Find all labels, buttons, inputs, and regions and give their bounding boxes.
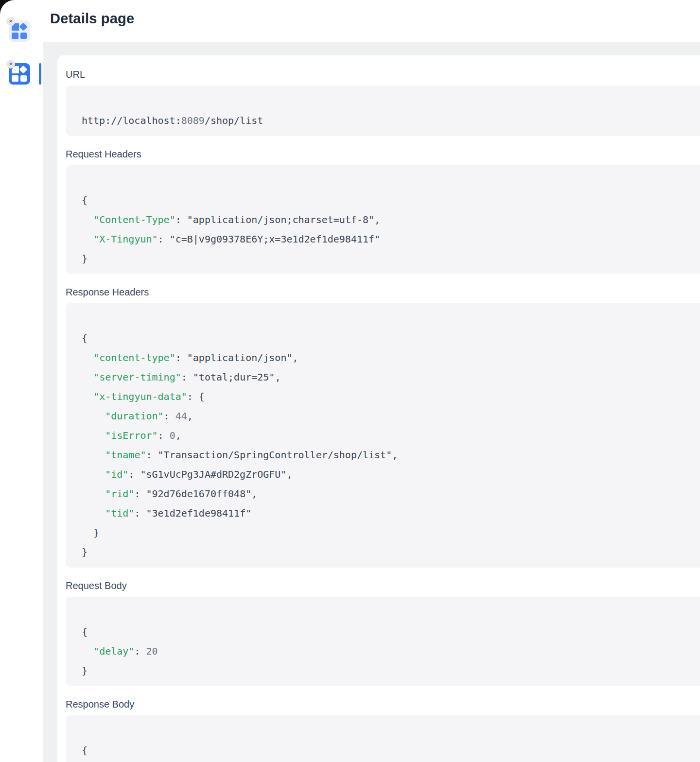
sidebar-tab-overview[interactable]: × — [9, 20, 30, 42]
sidebar: ×× — [0, 0, 43, 762]
diamond-shape — [19, 66, 28, 74]
sq-left-shape — [12, 75, 18, 82]
page-header: Details page — [43, 0, 700, 42]
code-box-response-headers: { "content-type": "application/json", "s… — [66, 303, 700, 568]
section-response-body: Response Body { "code": 200, — [66, 698, 700, 762]
main-area: Details page URL http://localhost:8089/s… — [43, 0, 700, 762]
section-label-request-body: Request Body — [66, 579, 700, 592]
sidebar-tab-details[interactable]: × — [9, 63, 30, 85]
content-background: URL http://localhost:8089/shop/listReque… — [43, 42, 700, 762]
section-label-url: URL — [66, 68, 700, 81]
section-request-body: Request Body { "delay": 20 } — [66, 579, 700, 686]
sq-left-shape — [12, 33, 18, 39]
section-response-headers: Response Headers { "content-type": "appl… — [66, 286, 700, 568]
sq-right-shape — [20, 33, 27, 39]
section-label-request-headers: Request Headers — [66, 148, 700, 160]
code-box-request-headers: { "Content-Type": "application/json;char… — [66, 165, 700, 274]
code-box-response-body: { "code": 200, — [66, 715, 700, 762]
details-card: URL http://localhost:8089/shop/listReque… — [57, 55, 700, 762]
code-box-request-body: { "delay": 20 } — [66, 597, 700, 686]
code-box-url: http://localhost:8089/shop/list — [66, 86, 700, 136]
diamond-shape — [19, 23, 28, 31]
section-request-headers: Request Headers { "Content-Type": "appli… — [66, 148, 700, 274]
close-tab-icon[interactable]: × — [6, 60, 15, 69]
window-corner — [0, 0, 17, 17]
section-url: URL http://localhost:8089/shop/list — [66, 68, 700, 136]
sections: URL http://localhost:8089/shop/listReque… — [66, 68, 700, 762]
active-tab-indicator — [39, 63, 41, 85]
close-tab-icon[interactable]: × — [6, 17, 15, 26]
section-label-response-headers: Response Headers — [66, 286, 700, 298]
sq-right-shape — [20, 75, 27, 82]
section-label-response-body: Response Body — [66, 698, 700, 710]
page-title: Details page — [50, 11, 700, 27]
